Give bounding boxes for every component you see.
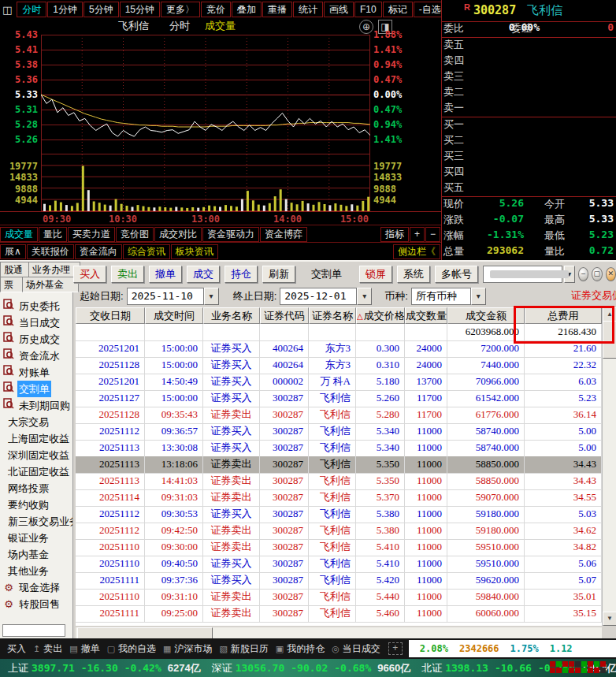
- top-toolbar-button[interactable]: F10: [354, 2, 382, 17]
- table-row[interactable]: 2025111209:36:57证券买入300287飞利信5.340110005…: [76, 423, 602, 441]
- chart-tab[interactable]: +: [410, 227, 425, 242]
- top-toolbar-button[interactable]: 竞价: [201, 2, 231, 17]
- chart-tab[interactable]: 指标: [380, 227, 409, 242]
- top-toolbar-button[interactable]: 15分钟: [120, 2, 160, 17]
- table-row[interactable]: 2025120115:00:00证券买入400264东方30.300240007…: [76, 340, 602, 358]
- chart-tab[interactable]: 资金博弈: [260, 227, 307, 242]
- top-toolbar-button[interactable]: 画线: [324, 2, 354, 17]
- column-header[interactable]: 成交数量: [405, 307, 447, 324]
- table-row[interactable]: 2025111009:30:00证券卖出300287飞利信5.410110005…: [76, 539, 602, 556]
- chart-tab[interactable]: 量比: [39, 227, 67, 242]
- vertical-scroll-thumb[interactable]: [603, 321, 616, 359]
- window-icon[interactable]: ◫: [2, 4, 12, 16]
- table-row[interactable]: 2025120114:50:49证券买入000002万 科A5.18013700…: [76, 374, 602, 391]
- taskbar-item[interactable]: ↥卖出: [33, 642, 62, 656]
- sidebar-item-entry[interactable]: 其他业务: [0, 563, 72, 579]
- chart-tab[interactable]: 板块资讯: [171, 244, 218, 259]
- table-row[interactable]: 2025111209:30:53证券买入300287飞利信5.380110005…: [76, 506, 602, 523]
- sidebar-mini-box[interactable]: [2, 624, 65, 637]
- trade-button[interactable]: 锁屏: [359, 266, 392, 283]
- chart-tab[interactable]: −: [425, 227, 440, 242]
- column-header[interactable]: 交收日期: [76, 307, 145, 324]
- sidebar-item-entry[interactable]: 银证业务: [0, 530, 72, 546]
- start-date-input[interactable]: 2025-11-10: [127, 288, 204, 305]
- top-toolbar-button[interactable]: 叠加: [232, 2, 262, 17]
- sidebar-tab[interactable]: 场外基金: [22, 277, 79, 292]
- taskbar-item[interactable]: ▤撤单: [69, 642, 99, 656]
- maximize-button[interactable]: ▢: [592, 267, 602, 281]
- minimize-button[interactable]: –: [578, 267, 588, 281]
- column-header[interactable]: 证券名称: [309, 307, 356, 324]
- chart-tab[interactable]: 成交对比: [154, 227, 202, 242]
- sidebar-item-entry[interactable]: 对账单: [0, 364, 72, 381]
- table-row[interactable]: 2025111314:41:03证券卖出300287飞利信5.350110005…: [76, 473, 602, 490]
- taskbar-item[interactable]: ▢我的自选: [107, 642, 156, 656]
- sidebar-item-entry[interactable]: 北证固定收益: [0, 463, 72, 480]
- chart-tab[interactable]: 资金驱动力: [202, 227, 259, 242]
- column-header[interactable]: △成交价格: [356, 307, 405, 324]
- sidebar-item-entry[interactable]: 当日成交: [0, 314, 72, 331]
- chart-tab[interactable]: 竞价图: [116, 227, 154, 242]
- table-row[interactable]: 2025111313:30:08证券买入300287飞利信5.340110005…: [76, 440, 602, 457]
- taskbar-item[interactable]: ◎当日成交: [332, 642, 380, 656]
- sidebar-item-entry[interactable]: 历史委托: [0, 298, 72, 314]
- account-combo[interactable]: [483, 266, 562, 283]
- top-toolbar-button[interactable]: 5分钟: [83, 2, 119, 17]
- scroll-down-icon[interactable]: ▼: [603, 612, 616, 626]
- horizontal-scrollbar[interactable]: [76, 627, 602, 638]
- start-date-dropdown-icon[interactable]: ▾: [204, 288, 219, 305]
- trade-button[interactable]: 成交: [187, 266, 220, 283]
- taskbar-item[interactable]: ▣我的持仓: [276, 642, 325, 656]
- sidebar-item-entry[interactable]: ⚙现金选择: [0, 579, 72, 596]
- end-date-input[interactable]: 2025-12-01: [280, 288, 357, 305]
- table-row[interactable]: 2025111109:25:00证券卖出300287飞利信5.460110006…: [76, 605, 602, 623]
- sidebar-item-entry[interactable]: 要约收购: [0, 497, 72, 513]
- taskbar-item[interactable]: 买入: [7, 642, 26, 656]
- sidebar-item-entry[interactable]: 场内基金: [0, 546, 72, 563]
- scroll-up-icon[interactable]: ▲: [603, 307, 616, 322]
- trade-button[interactable]: 卖出: [111, 266, 144, 283]
- horizontal-scroll-thumb[interactable]: [77, 627, 213, 639]
- trade-button[interactable]: 系统: [397, 266, 430, 283]
- table-row[interactable]: 2025112809:35:43证券卖出300287飞利信5.280117006…: [76, 407, 602, 424]
- trade-button[interactable]: 多帐号: [435, 266, 478, 283]
- table-row[interactable]: 2025111009:40:50证券买入300287飞利信5.410110005…: [76, 556, 602, 573]
- top-toolbar-button[interactable]: 标记: [383, 2, 413, 17]
- chart-tab[interactable]: 综合资讯: [123, 244, 170, 259]
- chart-tab[interactable]: 展∧: [0, 244, 26, 259]
- currency-select[interactable]: 所有币种: [411, 288, 471, 305]
- taskbar-item[interactable]: ▧新股日历: [219, 642, 268, 656]
- top-toolbar-button[interactable]: 统计: [293, 2, 323, 17]
- sidebar-item-entry[interactable]: 新三板交易业务: [0, 513, 72, 530]
- column-header[interactable]: 业务名称: [203, 307, 260, 324]
- top-toolbar-button[interactable]: 1分钟: [47, 2, 83, 17]
- chart-tab[interactable]: 买卖力道: [68, 227, 115, 242]
- sidebar-item-entry[interactable]: 资金流水: [0, 348, 72, 364]
- taskbar-item[interactable]: ▦沪深市场: [163, 642, 212, 656]
- sidebar-item-entry[interactable]: 历史成交: [0, 331, 72, 348]
- chart-tab[interactable]: 资金流向: [75, 244, 122, 259]
- pin-icon[interactable]: ⊕: [359, 20, 373, 34]
- table-row[interactable]: 2025111313:18:06证券卖出300287飞利信5.350110005…: [76, 456, 602, 474]
- chart-tab[interactable]: 关联报价: [27, 244, 74, 259]
- sidebar-item-entry[interactable]: 上海固定收益: [0, 430, 72, 447]
- trade-button[interactable]: 撤单: [149, 266, 182, 283]
- close-button[interactable]: ✕: [606, 267, 616, 281]
- end-date-dropdown-icon[interactable]: ▾: [357, 288, 372, 305]
- table-row[interactable]: 2025111209:42:50证券卖出300287飞利信5.380110005…: [76, 523, 602, 540]
- trade-button[interactable]: 持仓: [225, 266, 258, 283]
- table-row[interactable]: 2025112715:00:00证券买入300287飞利信5.260117006…: [76, 390, 602, 407]
- chart-tab[interactable]: 成交量: [0, 227, 38, 242]
- column-header[interactable]: 总费用: [525, 307, 602, 324]
- add-shortcut-button[interactable]: +: [388, 642, 403, 655]
- column-header[interactable]: 成交时间: [145, 307, 203, 324]
- table-row[interactable]: 2025112815:00:00证券买入400264东方30.310240007…: [76, 357, 602, 374]
- sidebar-item-selected[interactable]: 交割单: [0, 381, 72, 397]
- sidebar-item-entry[interactable]: 大宗交易: [0, 414, 72, 430]
- table-row[interactable]: 2025111109:37:36证券买入300287飞利信5.420110005…: [76, 572, 602, 590]
- table-row[interactable]: 2025111009:31:10证券卖出300287飞利信5.440110005…: [76, 589, 602, 606]
- sidebar-item-entry[interactable]: 网络投票: [0, 480, 72, 497]
- sidebar-item-entry[interactable]: 深圳固定收益: [0, 447, 72, 463]
- sidebar-item-entry[interactable]: ⚙转股回售: [0, 596, 72, 612]
- top-toolbar-button[interactable]: 更多〉: [161, 2, 200, 17]
